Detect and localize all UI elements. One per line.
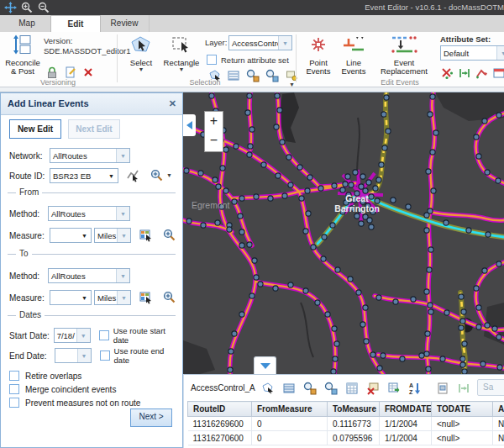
chevron-down-icon: ▼ [116, 269, 129, 282]
use-route-end-date-label: Use route end date [114, 346, 181, 365]
table-toolbar: AccessControl_A AZ [184, 375, 504, 401]
zoom-in-icon[interactable] [21, 2, 34, 13]
grid-view-icon[interactable] [345, 382, 359, 395]
ribbon-separator [117, 34, 118, 82]
svg-text:A: A [409, 382, 413, 388]
collapse-table-button[interactable] [254, 356, 276, 374]
zoom-to-route-icon[interactable] [150, 169, 164, 182]
ribbon: Reconcile & Post Version: SDE.MASSDOT_ed… [0, 32, 504, 87]
to-measure-label: Measure: [9, 293, 50, 303]
zoom-to-selected-icon[interactable] [303, 382, 317, 395]
attribute-table-panel: AccessControl_A AZ [183, 374, 504, 448]
rectangle-tool-icon [161, 34, 202, 57]
end-date-select[interactable]: ▼ [55, 348, 92, 363]
end-date-label: End Date: [9, 351, 55, 361]
layer-label: Layer: [205, 38, 227, 47]
from-method-label: Method: [9, 209, 48, 219]
table-row[interactable]: 11316269600 0 0.1116773 1/1/2004 <null> … [188, 417, 504, 431]
from-method-select[interactable]: AllRoutes ▼ [48, 206, 130, 221]
to-units-select[interactable]: Miles ▼ [94, 290, 131, 305]
start-date-label: Start Date: [9, 331, 54, 340]
event-replacement-button[interactable]: Event Replacement [373, 34, 435, 76]
zoom-to-measure-icon[interactable] [163, 229, 176, 242]
retire-overlaps-label: Retire overlaps [25, 372, 81, 381]
chevron-down-icon[interactable]: ▼ [166, 173, 172, 178]
new-edit-button[interactable]: New Edit [9, 119, 61, 139]
save-button[interactable]: Sa [477, 379, 504, 396]
network-select[interactable]: AllRoutes ▼ [50, 148, 130, 163]
ribbon-divider [0, 87, 504, 92]
pan-icon[interactable] [4, 2, 17, 13]
col-header-todate[interactable]: TODATE [432, 402, 493, 417]
show-rows-icon[interactable] [282, 382, 296, 395]
prevent-measures-checkbox[interactable] [9, 398, 19, 408]
clear-selection-icon[interactable] [366, 382, 380, 395]
layer-select[interactable]: AccessControl_A ▼ [228, 35, 292, 50]
chevron-down-icon: ▼ [117, 229, 130, 242]
sort-icon[interactable]: AZ [408, 382, 422, 395]
map-zoom-out-button[interactable]: − [204, 131, 223, 152]
use-route-start-date-checkbox[interactable] [99, 330, 109, 340]
next-button[interactable]: Next > [130, 408, 172, 427]
to-measure-select[interactable]: ▼ [50, 290, 92, 305]
retire-overlaps-checkbox[interactable] [9, 371, 19, 381]
col-header-routeid[interactable]: RouteID [188, 402, 252, 417]
collapse-panel-button[interactable] [183, 114, 196, 136]
start-date-select[interactable]: 7/18/ ▼ [54, 328, 91, 343]
pick-route-icon[interactable] [127, 169, 140, 182]
new-version-icon[interactable] [64, 66, 77, 79]
use-route-end-date-checkbox[interactable] [100, 350, 110, 361]
zoom-to-measure-icon[interactable] [163, 291, 176, 304]
attribute-set-label: Attribute Set: [440, 34, 491, 44]
map-label-town-line1: Great [345, 193, 369, 203]
reconcile-post-label: Reconcile & Post [5, 58, 40, 76]
col-header-tomeasure[interactable]: ToMeasure [328, 402, 380, 417]
route-id-label: Route ID: [9, 171, 50, 181]
map-label-town-line2: Barrington [334, 203, 380, 213]
chevron-down-icon: ▼ [496, 46, 504, 60]
point-events-button[interactable]: Point Events [302, 34, 334, 76]
to-method-select[interactable]: AllRoutes ▼ [48, 268, 130, 283]
edit-events-group-label: Edit Events [296, 78, 504, 87]
reconcile-post-button[interactable]: Reconcile & Post [3, 34, 42, 76]
export-table-icon[interactable] [387, 382, 401, 395]
event-editor-window: Event Editor - v10.6.1 - docMassDOTM Map… [0, 0, 504, 448]
col-header-frommeasure[interactable]: FromMeasure [252, 402, 328, 417]
polygon-select-icon[interactable] [261, 382, 275, 395]
merge-coincident-events-checkbox[interactable] [9, 384, 19, 394]
pick-measure-icon[interactable] [139, 229, 153, 242]
merge-coincident-events-label: Merge coincident events [25, 385, 116, 394]
tab-review[interactable]: Review [100, 15, 150, 32]
tab-edit[interactable]: Edit [50, 15, 101, 33]
next-edit-button[interactable]: Next Edit [68, 119, 120, 139]
map-graphics: Egremont Great Barrington [183, 92, 504, 374]
lock-version-icon[interactable] [45, 66, 59, 79]
report-icon[interactable] [436, 382, 449, 395]
svg-text:Z: Z [409, 389, 413, 395]
tab-map[interactable]: Map [3, 15, 51, 32]
map-canvas[interactable]: Egremont Great Barrington + − [183, 92, 504, 374]
table-row[interactable]: 11316270600 0 0.0795596 1/1/2004 <null> … [188, 431, 504, 445]
map-zoom-in-button[interactable]: + [204, 111, 223, 132]
pick-measure-icon[interactable] [139, 291, 153, 304]
close-icon[interactable]: ✕ [169, 93, 176, 114]
attribute-set-select[interactable]: Default ▼ [440, 45, 504, 61]
from-units-select[interactable]: Miles ▼ [94, 228, 131, 243]
return-attribute-set-checkbox[interactable] [207, 55, 217, 65]
route-id-select[interactable]: BSR23 EB ▼ [50, 168, 118, 183]
chevron-down-icon: ▼ [78, 291, 91, 304]
offset-disabled-icon[interactable] [457, 382, 470, 395]
from-measure-select[interactable]: ▼ [50, 228, 92, 243]
rectangle-tool-button[interactable]: Rectangle ▼ [161, 34, 202, 72]
line-events-button[interactable]: Line Events [338, 34, 370, 76]
tab-bar: Map Edit Review [0, 15, 504, 33]
pan-to-selected-icon[interactable] [324, 382, 338, 395]
select-tool-button[interactable]: Select ▼ [124, 34, 158, 72]
from-fieldset: From [8, 192, 176, 193]
table-layer-name[interactable]: AccessControl_A [191, 383, 261, 393]
col-header-access[interactable]: AC [493, 402, 504, 417]
chevron-down-icon: ▼ [116, 207, 129, 220]
zoom-out-icon[interactable] [38, 2, 50, 13]
col-header-fromdate[interactable]: FROMDATE [380, 402, 432, 417]
event-replacement-icon [373, 34, 435, 57]
